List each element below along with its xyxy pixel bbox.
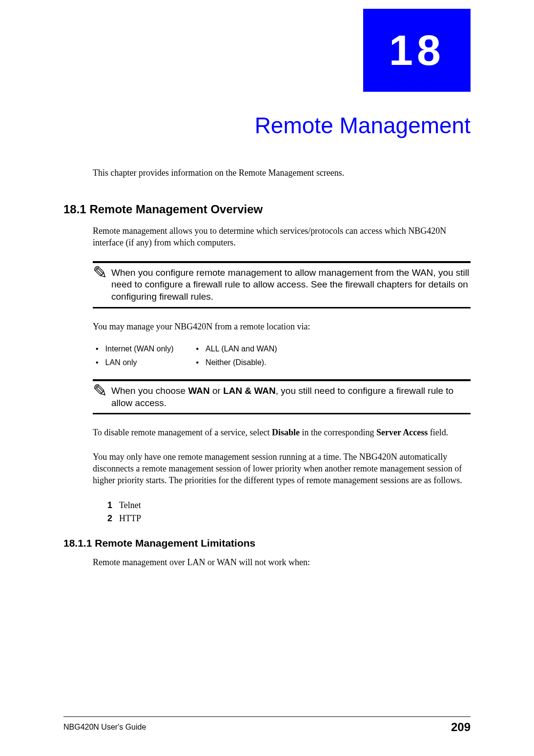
section-18-1-1-heading: 18.1.1 Remote Management Limitations — [63, 537, 471, 549]
note-2-text: When you choose WAN or LAN & WAN, you st… — [111, 385, 471, 409]
pencil-icon: ✎ — [93, 264, 107, 282]
note-block-2: ✎ When you choose WAN or LAN & WAN, you … — [93, 379, 471, 414]
text-segment: field. — [428, 428, 448, 437]
text-segment: When you choose — [111, 386, 188, 396]
note-block-1: ✎ When you configure remote management t… — [93, 261, 471, 308]
note-content: ✎ When you choose WAN or LAN & WAN, you … — [93, 385, 471, 409]
text-bold: Disable — [272, 428, 300, 437]
chapter-number-box: 18 — [363, 9, 471, 92]
divider — [93, 379, 471, 381]
divider — [93, 413, 471, 414]
priority-list: 1 Telnet 2 HTTP — [107, 499, 471, 525]
bullet-list: Internet (WAN only) LAN only ALL (LAN an… — [93, 345, 471, 367]
list-item: 1 Telnet — [107, 499, 471, 512]
bullet-item: Neither (Disable). — [193, 358, 277, 367]
section-18-1-body: Remote management allows you to determin… — [93, 225, 471, 249]
paragraph-session: You may only have one remote management … — [93, 451, 471, 487]
note-content: ✎ When you configure remote management t… — [93, 267, 471, 303]
divider — [93, 307, 471, 308]
bullet-item: LAN only — [93, 358, 174, 367]
list-number: 2 — [107, 512, 112, 525]
page-container: 18 Remote Management This chapter provid… — [0, 0, 534, 756]
text-bold: LAN & WAN — [223, 386, 276, 396]
list-text: HTTP — [119, 512, 141, 525]
chapter-intro-text: This chapter provides information on the… — [93, 168, 471, 178]
text-bold: WAN — [188, 386, 209, 396]
note-1-text: When you configure remote management to … — [111, 267, 471, 303]
footer-guide-name: NBG420N User's Guide — [63, 723, 146, 732]
footer-divider — [63, 716, 471, 717]
bullet-item: Internet (WAN only) — [93, 345, 174, 353]
list-number: 1 — [107, 499, 112, 512]
text-segment: To disable remote management of a servic… — [93, 428, 272, 437]
bullet-column-1: Internet (WAN only) LAN only — [93, 345, 174, 367]
bullet-item: ALL (LAN and WAN) — [193, 345, 277, 353]
section-18-1-1-body: Remote management over LAN or WAN will n… — [93, 556, 471, 568]
list-text: Telnet — [119, 499, 141, 512]
chapter-number: 18 — [389, 25, 445, 75]
paragraph-disable: To disable remote management of a servic… — [93, 427, 471, 438]
chapter-title: Remote Management — [63, 112, 471, 139]
section-18-1-heading: 18.1 Remote Management Overview — [63, 203, 471, 216]
footer-page-number: 209 — [451, 720, 471, 734]
paragraph-manage: You may manage your NBG420N from a remot… — [93, 321, 471, 332]
pencil-icon: ✎ — [93, 382, 107, 400]
bullet-column-2: ALL (LAN and WAN) Neither (Disable). — [193, 345, 277, 367]
divider — [93, 261, 471, 263]
text-segment: or — [210, 386, 223, 396]
text-bold: Server Access — [376, 428, 428, 437]
list-item: 2 HTTP — [107, 512, 471, 525]
page-footer: NBG420N User's Guide 209 — [63, 720, 471, 734]
text-segment: in the corresponding — [300, 428, 376, 437]
